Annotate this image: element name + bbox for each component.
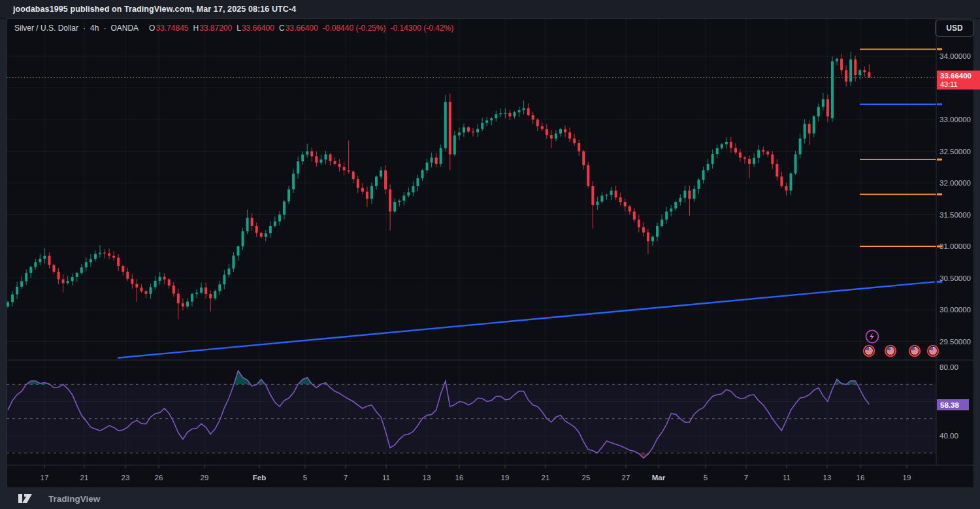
time-axis-label[interactable]: 5 — [303, 474, 307, 482]
price-axis-label: 31.50000 — [939, 211, 971, 219]
time-axis-label[interactable]: 19 — [903, 474, 911, 482]
time-axis-label[interactable]: Mar — [652, 474, 665, 482]
lightning-event-icon[interactable] — [866, 331, 879, 343]
us-flag-event-icon[interactable] — [928, 346, 938, 356]
time-axis-label[interactable]: 17 — [41, 474, 49, 482]
high-value: 33.87200 — [199, 24, 232, 33]
tradingview-snapshot: joodabas1995 published on TradingView.co… — [0, 0, 980, 509]
time-axis-label[interactable]: 29 — [201, 474, 209, 482]
time-axis-label[interactable]: 7 — [344, 474, 348, 482]
time-axis-label[interactable]: 21 — [542, 474, 550, 482]
rsi-axis-label: 40.00 — [939, 432, 958, 440]
interval-label[interactable]: 4h — [90, 24, 99, 33]
us-flag-event-icon[interactable] — [909, 346, 920, 356]
time-axis-label[interactable]: Feb — [253, 474, 266, 482]
close-label: C — [279, 24, 285, 33]
price-axis-label: 30.50000 — [939, 274, 971, 282]
rsi-axis-label: 80.00 — [939, 363, 958, 371]
footer-bar: TradingView — [0, 488, 980, 509]
time-axis-label[interactable]: 11 — [783, 474, 791, 482]
legend-separator-2: · — [103, 24, 106, 33]
time-axis-label[interactable]: 23 — [122, 474, 130, 482]
time-axis-label[interactable]: 7 — [744, 474, 748, 482]
tradingview-logo-icon[interactable] — [17, 492, 43, 505]
chart-canvas[interactable] — [0, 0, 980, 509]
rsi-value: 58.38 — [940, 401, 959, 409]
price-axis-label: 30.00000 — [939, 306, 971, 314]
time-axis-label[interactable]: 27 — [622, 474, 630, 482]
currency-button[interactable]: USD — [935, 20, 974, 37]
symbol-title[interactable]: Silver / U.S. Dollar — [14, 24, 78, 33]
time-axis-label[interactable]: 21 — [80, 474, 89, 482]
symbol-legend: Silver / U.S. Dollar · 4h · OANDA O33.74… — [14, 24, 453, 33]
time-axis-label[interactable]: 26 — [155, 474, 163, 482]
us-flag-event-icon[interactable] — [885, 346, 896, 356]
low-value: 33.66400 — [242, 24, 274, 33]
change-percent: -0.14300 (-0.42%) — [390, 24, 453, 33]
us-flag-event-icon[interactable] — [864, 346, 874, 356]
time-axis-label[interactable]: 13 — [823, 474, 832, 482]
open-label: O — [149, 24, 155, 33]
tradingview-brand-text[interactable]: TradingView — [48, 494, 100, 504]
low-label: L — [237, 24, 241, 33]
price-axis-label: 32.00000 — [939, 179, 971, 187]
bar-countdown: 43:11 — [940, 80, 980, 89]
high-label: H — [193, 24, 199, 33]
time-axis-label[interactable]: 11 — [382, 474, 390, 482]
time-axis-label[interactable]: 13 — [423, 474, 431, 482]
candlestick-series — [7, 52, 870, 319]
rsi-value-tag: 58.38 — [937, 399, 969, 410]
price-axis-label: 29.50000 — [939, 338, 971, 346]
price-axis-label: 34.00000 — [939, 52, 971, 60]
exchange-label: OANDA — [110, 24, 139, 33]
price-axis-label: 33.00000 — [939, 116, 971, 123]
time-axis-label[interactable]: 16 — [455, 474, 464, 482]
time-axis-label[interactable]: 19 — [501, 474, 510, 482]
price-axis-label: 32.50000 — [939, 148, 971, 156]
last-price-tag[interactable]: 33.66400 43:11 — [937, 71, 980, 90]
trendline[interactable] — [118, 282, 935, 357]
change-absolute: -0.08440 (-0.25%) — [323, 24, 386, 33]
last-price-value: 33.66400 — [940, 72, 980, 80]
legend-separator-1: · — [83, 24, 86, 33]
close-value: 33.66400 — [286, 24, 318, 33]
time-axis-label[interactable]: 16 — [857, 474, 865, 482]
time-axis-label[interactable]: 5 — [704, 474, 708, 482]
time-axis-label[interactable]: 25 — [582, 474, 591, 482]
price-axis-label: 31.00000 — [939, 242, 971, 250]
open-value: 33.74845 — [155, 24, 188, 33]
